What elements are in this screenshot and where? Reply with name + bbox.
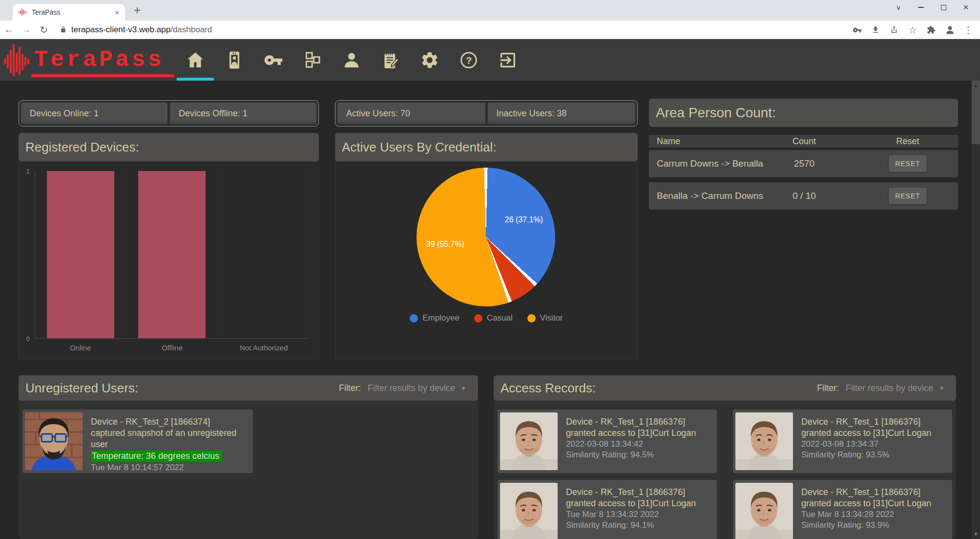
unregistered-users-title: Unregistered Users: xyxy=(19,381,339,396)
window-controls: ∨ × xyxy=(887,0,977,15)
device-line: Device - RK_Test_2 [1866374] xyxy=(91,416,249,428)
url-text[interactable]: terapass-client-v3.web.app/dashboard xyxy=(71,25,212,35)
gear-icon xyxy=(420,50,439,70)
column-count: Count xyxy=(792,136,816,147)
bar-x-labels: Online Offline Not Authorized xyxy=(35,344,310,352)
event-line: captured snapshot of an unregistered use… xyxy=(91,428,249,450)
access-records-header: Access Records: Filter: Filter results b… xyxy=(494,375,956,401)
nav-home[interactable] xyxy=(176,39,215,81)
logo-waveform-icon xyxy=(4,42,32,81)
logo-underline xyxy=(31,74,174,77)
credential-pie-body: 26 (37.1%) 39 (55.7%) Employee Casual Vi… xyxy=(335,161,638,360)
timestamp: Tue Mar 8 13:34:32 2022 xyxy=(566,509,713,520)
legend-label: Casual xyxy=(487,313,513,323)
unregistered-filter-dropdown[interactable]: Filter: Filter results by device ▾ xyxy=(339,383,478,393)
event-line: granted access to [31]Curt Logan xyxy=(801,428,948,439)
window-minimize-button[interactable] xyxy=(910,0,932,15)
browser-menu-icon[interactable]: ⋮ xyxy=(960,22,976,38)
tab-bar: TeraPass × + ∨ × xyxy=(0,0,980,21)
snapshot-photo xyxy=(25,412,83,470)
area-count: 0 / 10 xyxy=(792,191,816,201)
back-icon[interactable]: ← xyxy=(0,24,18,35)
registered-devices-chart: 1 0 Online Offline Not Authorized xyxy=(19,161,319,360)
device-line: Device - RK_Test_1 [1866376] xyxy=(566,487,713,498)
install-icon[interactable] xyxy=(868,22,883,38)
devices-offline-stat: Devices Offline: 1 xyxy=(170,103,316,124)
main-nav: ? xyxy=(176,39,527,81)
timestamp: 2022-03-08 13:34:37 xyxy=(801,439,948,450)
nav-logs[interactable] xyxy=(371,39,410,81)
unregistered-users-list: Device - RK_Test_2 [1866374] captured sn… xyxy=(19,401,478,539)
profile-avatar-icon[interactable] xyxy=(942,22,958,38)
credential-pie-title: Active Users By Credential: xyxy=(335,133,638,161)
legend-label: Employee xyxy=(422,313,459,323)
address-bar: ← → ↻ terapass-client-v3.web.app/dashboa… xyxy=(0,21,980,39)
forward-icon[interactable]: → xyxy=(18,24,35,35)
access-record-card[interactable]: Device - RK_Test_1 [1866376] granted acc… xyxy=(498,410,717,473)
home-icon xyxy=(186,50,205,70)
reset-button[interactable]: RESET xyxy=(889,155,927,172)
page-scrollbar[interactable]: ▲ ▼ xyxy=(972,81,980,539)
new-tab-button[interactable]: + xyxy=(130,3,145,18)
unregistered-user-card[interactable]: Device - RK_Test_2 [1866374] captured sn… xyxy=(22,410,253,473)
filter-value: Filter results by device xyxy=(846,383,933,393)
filter-label: Filter: xyxy=(817,383,839,393)
nav-settings[interactable] xyxy=(410,39,449,81)
nav-logout[interactable] xyxy=(488,39,527,81)
snapshot-photo xyxy=(735,483,793,539)
tab-close-icon[interactable]: × xyxy=(115,8,119,17)
pie-label-employee: 26 (37.1%) xyxy=(505,216,543,224)
password-key-icon[interactable] xyxy=(849,22,865,38)
pie-legend: Employee Casual Visitor xyxy=(335,313,637,323)
extensions-icon[interactable] xyxy=(923,22,939,38)
reload-icon[interactable]: ↻ xyxy=(35,24,53,36)
device-line: Device - RK_Test_1 [1866376] xyxy=(801,416,948,428)
snapshot-photo xyxy=(500,412,558,470)
nav-help[interactable]: ? xyxy=(449,39,488,81)
similarity-rating: Similarity Rating: 93.9% xyxy=(801,520,948,531)
timestamp: Tue Mar 8 13:34:28 2022 xyxy=(801,509,948,520)
nav-users[interactable] xyxy=(332,39,371,81)
nav-keys[interactable] xyxy=(254,39,293,81)
access-record-card[interactable]: Device - RK_Test_1 [1866376] granted acc… xyxy=(498,480,717,539)
inactive-users-stat: Inactive Users: 38 xyxy=(488,103,636,124)
svg-text:?: ? xyxy=(466,55,472,65)
url-box[interactable]: terapass-client-v3.web.app/dashboard xyxy=(60,25,212,35)
column-reset: Reset xyxy=(896,136,919,147)
pie-label-visitor: 39 (55.7%) xyxy=(426,240,464,249)
similarity-rating: Similarity Rating: 93.5% xyxy=(801,450,948,460)
browser-tab-terapass[interactable]: TeraPass × xyxy=(13,4,125,21)
chevron-down-icon: ▾ xyxy=(940,384,943,392)
bar-offline xyxy=(138,171,206,338)
tab-title: TeraPass xyxy=(32,8,110,16)
bookmark-star-icon[interactable]: ☆ xyxy=(905,22,920,38)
unregistered-users-section: Unregistered Users: Filter: Filter resul… xyxy=(19,375,478,539)
bar-online xyxy=(47,171,114,338)
browser-window: TeraPass × + ∨ × ← → ↻ terapass-client-v… xyxy=(0,0,980,539)
area-person-count-title: Area Person Count: xyxy=(649,99,958,127)
window-close-button[interactable]: × xyxy=(955,0,977,15)
access-record-card[interactable]: Device - RK_Test_1 [1866376] granted acc… xyxy=(733,410,952,473)
x-label: Offline xyxy=(126,344,218,352)
bar-plot-area xyxy=(35,171,310,339)
logs-icon xyxy=(381,50,400,70)
legend-casual: Casual xyxy=(474,313,513,323)
scroll-down-icon[interactable]: ▼ xyxy=(972,529,980,539)
access-record-card[interactable]: Device - RK_Test_1 [1866376] granted acc… xyxy=(733,480,952,539)
column-name: Name xyxy=(657,136,680,147)
scrollbar-thumb[interactable] xyxy=(972,90,980,144)
nav-id-card[interactable] xyxy=(215,39,254,81)
dashboard-content: Devices Online: 1 Devices Offline: 1 Act… xyxy=(0,81,980,539)
table-row: Carrum Downs -> Benalla 2570 RESET xyxy=(649,150,958,177)
legend-visitor: Visitor xyxy=(527,313,563,323)
devices-online-stat: Devices Online: 1 xyxy=(21,103,167,124)
window-maximize-button[interactable] xyxy=(932,0,955,15)
tab-search-chevron-icon[interactable]: ∨ xyxy=(887,0,910,15)
app-logo[interactable]: TeraPass xyxy=(34,47,164,73)
nav-devices[interactable] xyxy=(293,39,332,81)
scroll-up-icon[interactable]: ▲ xyxy=(972,81,980,90)
area-name: Benalla -> Carrum Downs xyxy=(657,191,763,201)
reset-button[interactable]: RESET xyxy=(889,188,927,204)
access-filter-dropdown[interactable]: Filter: Filter results by device ▾ xyxy=(817,383,956,393)
share-icon[interactable] xyxy=(886,22,902,38)
